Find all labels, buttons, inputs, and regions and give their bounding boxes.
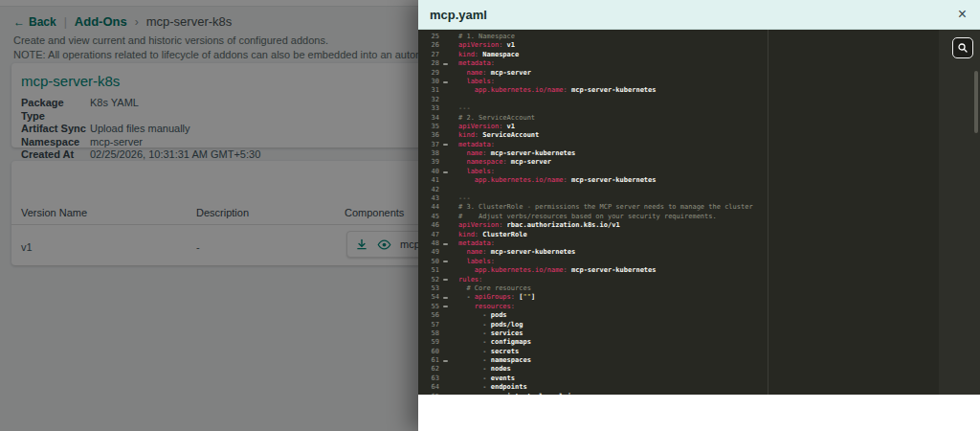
code-text: apiVersion: v1 [451, 41, 515, 50]
line-number: 47 [418, 231, 439, 239]
line-number: 27 [418, 51, 439, 59]
code-line: 42 [418, 186, 980, 194]
line-number: 46 [418, 221, 439, 230]
code-line: 60 - secrets [418, 348, 980, 356]
code-text: app.kubernetes.io/name: mcp-server-kuber… [451, 176, 657, 185]
fold-marker-icon[interactable] [439, 303, 451, 311]
line-number: 58 [418, 329, 439, 338]
line-number: 53 [418, 284, 439, 293]
code-line: 44# 3. ClusterRole - permissions the MCP… [418, 203, 980, 212]
code-line: 62 - nodes [418, 365, 980, 374]
code-text: apiVersion: v1 [451, 123, 515, 131]
line-number: 43 [418, 194, 439, 203]
line-number: 31 [418, 86, 439, 95]
code-line: 35apiVersion: v1 [418, 123, 980, 131]
fold-spacer [439, 231, 451, 239]
code-line: 65 - persistentvolumeclaims [418, 393, 980, 395]
line-number: 39 [418, 158, 439, 167]
fold-spacer [439, 186, 451, 194]
fold-marker-icon[interactable] [439, 258, 451, 266]
fold-marker-icon[interactable] [439, 356, 451, 365]
fold-marker-icon[interactable] [439, 276, 451, 284]
code-text: labels: [451, 168, 495, 176]
fold-spacer [439, 149, 451, 158]
fold-spacer [439, 123, 451, 131]
fold-marker-icon[interactable] [439, 293, 451, 302]
code-line: 45# Adjust verbs/resources based on your… [418, 213, 980, 221]
code-text: name: mcp-server [451, 69, 531, 78]
line-number: 38 [418, 149, 439, 158]
code-line: 63 - events [418, 374, 980, 383]
fold-spacer [439, 104, 451, 113]
line-number: 37 [418, 141, 439, 149]
modal-header: mcp.yaml × [418, 0, 980, 30]
code-text: metadata: [451, 59, 495, 68]
code-line: 52rules: [418, 276, 980, 284]
line-number: 25 [418, 33, 439, 41]
fold-spacer [439, 131, 451, 140]
code-text: - endpoints [451, 383, 527, 392]
code-text: - nodes [451, 365, 511, 374]
fold-spacer [439, 266, 451, 275]
code-text: labels: [451, 258, 495, 266]
line-number: 61 [418, 356, 439, 365]
code-line: 53 # Core resources [418, 284, 980, 293]
code-text: --- [451, 194, 471, 203]
line-number: 42 [418, 186, 439, 194]
line-number: 26 [418, 41, 439, 50]
code-text: labels: [451, 78, 495, 86]
fold-spacer [439, 348, 451, 356]
fold-marker-icon[interactable] [439, 78, 451, 86]
code-line: 28metadata: [418, 59, 980, 68]
scrollbar-thumb[interactable] [974, 71, 978, 133]
search-button[interactable] [952, 37, 973, 58]
line-number: 62 [418, 365, 439, 374]
line-number: 55 [418, 303, 439, 311]
code-line: 64 - endpoints [418, 383, 980, 392]
fold-marker-icon[interactable] [439, 141, 451, 149]
fold-spacer [439, 338, 451, 347]
code-text: - namespaces [451, 356, 531, 365]
code-line: 31 app.kubernetes.io/name: mcp-server-ku… [418, 86, 980, 95]
fold-spacer [439, 114, 451, 123]
fold-spacer [439, 41, 451, 50]
yaml-code-editor[interactable]: 2425# 1. Namespace26apiVersion: v127kind… [418, 30, 980, 395]
code-line: 41 app.kubernetes.io/name: mcp-server-ku… [418, 176, 980, 185]
line-number: 30 [418, 78, 439, 86]
fold-spacer [439, 203, 451, 212]
code-line: 55 resources: [418, 303, 980, 311]
close-icon[interactable]: × [956, 7, 969, 22]
code-text: - configmaps [451, 338, 531, 347]
code-line: 27kind: Namespace [418, 51, 980, 59]
fold-spacer [439, 374, 451, 383]
code-text: name: mcp-server-kubernetes [451, 248, 575, 257]
line-number: 54 [418, 293, 439, 302]
code-text: # 2. ServiceAccount [451, 114, 535, 123]
fold-marker-icon[interactable] [439, 239, 451, 248]
fold-marker-icon[interactable] [439, 168, 451, 176]
fold-spacer [439, 158, 451, 167]
code-line: 38 name: mcp-server-kubernetes [418, 149, 980, 158]
code-line: 32 [418, 96, 980, 104]
line-number: 41 [418, 176, 439, 185]
yaml-viewer-modal: mcp.yaml × 2425# 1. Namespace26apiVersio… [418, 0, 980, 431]
code-text: --- [451, 104, 471, 113]
code-text: kind: ServiceAccount [451, 131, 539, 140]
code-text: - services [451, 329, 523, 338]
line-number: 52 [418, 276, 439, 284]
code-line: 37metadata: [418, 141, 980, 149]
code-line: 30 labels: [418, 78, 980, 86]
code-line: 59 - configmaps [418, 338, 980, 347]
line-number: 36 [418, 131, 439, 140]
fold-spacer [439, 284, 451, 293]
fold-marker-icon[interactable] [439, 59, 451, 68]
code-text: app.kubernetes.io/name: mcp-server-kuber… [451, 86, 657, 95]
code-text: - events [451, 374, 515, 383]
screen: ← Back | Add-Ons › mcp-server-k8s Create… [0, 0, 980, 431]
code-text [451, 96, 458, 104]
fold-spacer [439, 365, 451, 374]
code-text: namespace: mcp-server [451, 158, 551, 167]
code-text: - persistentvolumeclaims [451, 393, 579, 395]
line-number: 60 [418, 348, 439, 356]
modal-footer [418, 395, 980, 431]
